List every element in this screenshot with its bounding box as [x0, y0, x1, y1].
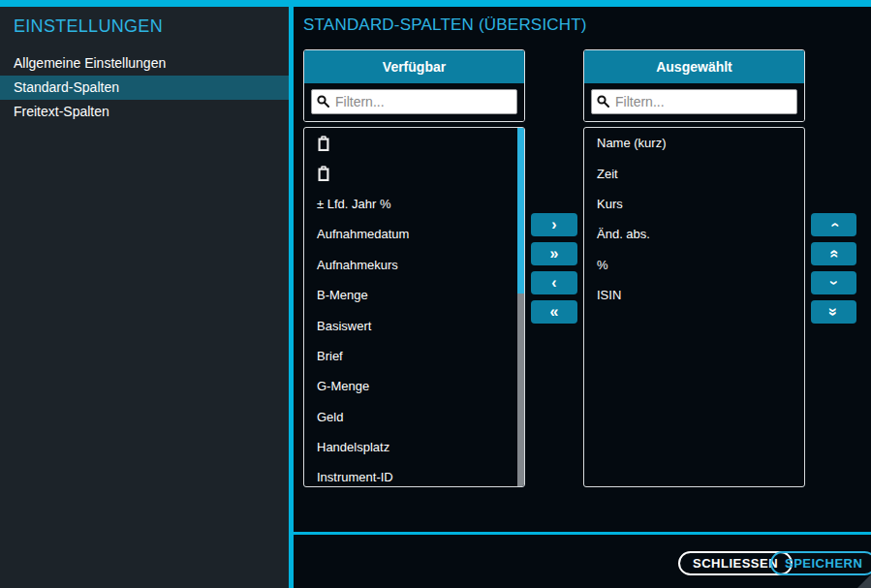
selected-filter-wrap [584, 83, 804, 121]
move-top-button[interactable]: » [811, 242, 856, 265]
chevron-icon: » [550, 246, 559, 262]
chevron-icon: › [825, 222, 841, 227]
available-item[interactable]: Brief [304, 341, 524, 371]
selected-item[interactable]: Zeit [584, 158, 804, 188]
available-item[interactable]: Geld [304, 402, 524, 432]
settings-dialog: EINSTELLUNGEN Allgemeine Einstellungen S… [0, 0, 871, 588]
available-scrollbar-thumb[interactable] [517, 128, 524, 294]
available-item-label: Aufnahmekurs [317, 258, 398, 272]
available-item-label: ± Lfd. Jahr % [317, 197, 391, 211]
move-all-right-button[interactable]: » [531, 242, 577, 265]
selected-item-label: ISIN [597, 288, 621, 302]
available-item-label: Instrument-ID [317, 470, 393, 484]
move-left-button[interactable]: ‹ [531, 271, 577, 294]
resize-grip[interactable] [857, 574, 871, 588]
available-item[interactable]: ± Lfd. Jahr % [304, 189, 524, 219]
selected-list-items: Name (kurz) Zeit Kurs Änd. abs. [584, 128, 804, 310]
selected-item[interactable]: Änd. abs. [584, 219, 804, 249]
available-list-items: ± Lfd. Jahr % Aufnahmedatum Aufnahmekurs [304, 128, 524, 487]
move-down-button[interactable]: › [811, 271, 856, 294]
available-item-label: Geld [317, 410, 343, 424]
available-item[interactable]: G-Menge [304, 371, 524, 401]
trash-icon [317, 136, 330, 151]
selected-item-label: % [597, 258, 608, 272]
available-item[interactable]: Aufnahmedatum [304, 219, 524, 249]
selected-filter-input[interactable] [591, 89, 797, 114]
chevron-icon: › [825, 280, 841, 285]
main-panel: STANDARD-SPALTEN (ÜBERSICHT) Verfügbar [294, 7, 871, 588]
available-panel: Verfügbar [303, 49, 525, 487]
available-item-label: Handelsplatz [317, 440, 389, 454]
sidebar-item[interactable]: Allgemeine Einstellungen [0, 51, 289, 76]
sidebar-item[interactable]: Freitext-Spalten [0, 100, 289, 124]
transfer-buttons: › » ‹ « [531, 213, 577, 324]
selected-item-label: Zeit [597, 167, 618, 181]
available-list: ± Lfd. Jahr % Aufnahmedatum Aufnahmekurs [303, 127, 525, 487]
move-up-button[interactable]: › [811, 213, 856, 236]
available-header: Verfügbar [304, 50, 524, 83]
move-all-left-button[interactable]: « [531, 300, 577, 324]
available-item-label: B-Menge [317, 288, 368, 302]
chevron-icon: « [550, 304, 559, 320]
selected-item[interactable]: ISIN [584, 280, 804, 310]
selected-item[interactable]: Name (kurz) [584, 128, 804, 158]
chevron-icon: » [826, 250, 842, 259]
save-button[interactable]: SPEICHERN [770, 551, 871, 575]
available-item-label: Basiswert [317, 319, 371, 333]
page-title: STANDARD-SPALTEN (ÜBERSICHT) [303, 15, 587, 35]
available-item[interactable] [304, 128, 524, 158]
selected-headbox: Ausgewählt [583, 49, 805, 122]
selected-item[interactable]: % [584, 250, 804, 280]
move-bottom-button[interactable]: » [811, 300, 856, 324]
selected-panel: Ausgewählt Name (kurz) [583, 49, 805, 487]
settings-sidebar: EINSTELLUNGEN Allgemeine Einstellungen S… [0, 7, 289, 588]
reorder-buttons: › » › » [811, 213, 856, 324]
sidebar-item[interactable]: Standard-Spalten [0, 76, 289, 100]
available-item[interactable]: Aufnahmekurs [304, 250, 524, 280]
chevron-icon: ‹ [551, 275, 556, 291]
selected-item[interactable]: Kurs [584, 189, 804, 219]
footer-divider [294, 532, 871, 535]
available-filter-input[interactable] [311, 89, 517, 114]
available-item-label: Aufnahmedatum [317, 227, 409, 241]
available-headbox: Verfügbar [303, 49, 525, 122]
selected-item-label: Kurs [597, 197, 623, 211]
available-item[interactable]: Handelsplatz [304, 432, 524, 462]
available-item-label: Brief [317, 349, 343, 363]
available-item[interactable]: Basiswert [304, 310, 524, 340]
chevron-icon: › [551, 217, 556, 232]
selected-item-label: Änd. abs. [597, 227, 650, 241]
sidebar-nav: Allgemeine Einstellungen Standard-Spalte… [0, 51, 289, 124]
available-item-label: G-Menge [317, 379, 369, 393]
available-item[interactable]: Instrument-ID [304, 462, 524, 487]
top-accent-bar [0, 0, 871, 7]
sidebar-title: EINSTELLUNGEN [0, 7, 289, 51]
available-filter-wrap [304, 83, 524, 121]
available-item[interactable] [304, 158, 524, 188]
available-scrollbar[interactable] [517, 128, 524, 486]
chevron-icon: » [826, 308, 842, 317]
move-right-button[interactable]: › [531, 213, 577, 236]
selected-item-label: Name (kurz) [597, 136, 667, 150]
selected-list: Name (kurz) Zeit Kurs Änd. abs. [583, 127, 805, 487]
selected-header: Ausgewählt [584, 50, 804, 83]
available-item[interactable]: B-Menge [304, 280, 524, 310]
trash-icon [317, 166, 330, 181]
